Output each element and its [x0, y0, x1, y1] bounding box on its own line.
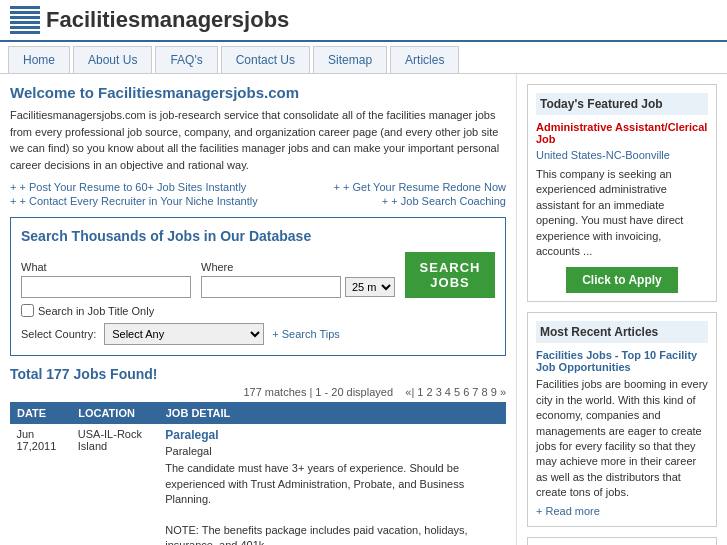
nav-articles[interactable]: Articles — [390, 46, 459, 73]
what-label: What — [21, 261, 191, 273]
article-desc: Facilities jobs are booming in every cit… — [536, 377, 708, 500]
what-input[interactable] — [21, 276, 191, 298]
site-logo: Facilitiesmanagersjobs — [10, 6, 289, 34]
read-more-link[interactable]: + Read more — [536, 505, 600, 517]
welcome-section: Welcome to Facilitiesmanagersjobs.com Fa… — [10, 84, 506, 207]
nav-about[interactable]: About Us — [73, 46, 152, 73]
promo-links-row2: + Contact Every Recruiter in Your Niche … — [10, 195, 506, 207]
job-description: The candidate must have 3+ years of expe… — [165, 461, 499, 545]
logo-icon — [10, 6, 40, 34]
featured-job-location: United States-NC-Boonville — [536, 149, 708, 161]
resume-post-link[interactable]: + Post Your Resume to 60+ Job Sites Inst… — [10, 181, 246, 193]
main-nav: Home About Us FAQ's Contact Us Sitemap A… — [0, 42, 727, 74]
article-title-link[interactable]: Facilities Jobs - Top 10 Facility Job Op… — [536, 349, 708, 373]
what-field: What — [21, 261, 191, 298]
main-content: Welcome to Facilitiesmanagersjobs.com Fa… — [0, 74, 727, 545]
site-header: Facilitiesmanagersjobs — [0, 0, 727, 42]
country-select[interactable]: Select Any — [104, 323, 264, 345]
results-table: DATE LOCATION JOB DETAIL Jun 17,2011 USA… — [10, 402, 506, 545]
recruiter-link[interactable]: + Contact Every Recruiter in Your Niche … — [10, 195, 258, 207]
where-field: Where 5 mi 10 mi 25 mi 50 mi 100 mi — [201, 261, 395, 298]
featured-job-section: Today's Featured Job Administrative Assi… — [527, 84, 717, 302]
welcome-desc: Facilitiesmanagersjobs.com is job-resear… — [10, 107, 506, 173]
site-title: Facilitiesmanagersjobs — [46, 7, 289, 33]
featured-job-title[interactable]: Administrative Assistant/Clerical Job — [536, 121, 708, 145]
job-title-link[interactable]: Paralegal — [165, 428, 499, 442]
results-section: Total 177 Jobs Found! 177 matches | 1 - … — [10, 366, 506, 545]
col-location: LOCATION — [72, 403, 159, 424]
nav-faq[interactable]: FAQ's — [155, 46, 217, 73]
right-sidebar: Today's Featured Job Administrative Assi… — [517, 74, 727, 545]
search-heading: Search Thousands of Jobs in Our Database — [21, 228, 495, 244]
title-only-checkbox[interactable] — [21, 304, 34, 317]
recent-articles-heading: Most Recent Articles — [536, 321, 708, 343]
table-row: Jun 17,2011 USA-IL-Rock Island Paralegal… — [11, 424, 506, 546]
job-subtitle: Paralegal — [165, 444, 499, 459]
country-row: Select Country: Select Any + Search Tips — [21, 323, 495, 345]
nav-contact[interactable]: Contact Us — [221, 46, 310, 73]
nav-home[interactable]: Home — [8, 46, 70, 73]
search-main-row: What Where 5 mi 10 mi 25 mi 50 mi 100 mi — [21, 252, 495, 298]
title-only-row: Search in Job Title Only — [21, 304, 495, 317]
search-tips-link[interactable]: + Search Tips — [272, 328, 340, 340]
apply-button[interactable]: Click to Apply — [566, 267, 678, 293]
recent-articles-section: Most Recent Articles Facilities Jobs - T… — [527, 312, 717, 527]
title-only-label: Search in Job Title Only — [38, 305, 154, 317]
job-location: USA-IL-Rock Island — [72, 424, 159, 546]
job-date: Jun 17,2011 — [11, 424, 72, 546]
results-heading: Total 177 Jobs Found! — [10, 366, 506, 382]
where-input[interactable] — [201, 276, 341, 298]
welcome-heading: Welcome to Facilitiesmanagersjobs.com — [10, 84, 506, 101]
featured-job-desc: This company is seeking an experienced a… — [536, 167, 708, 259]
search-button[interactable]: SEARCH JOBS — [405, 252, 495, 298]
country-label: Select Country: — [21, 328, 96, 340]
results-count: 177 matches | 1 - 20 displayed — [243, 386, 393, 398]
featured-job-heading: Today's Featured Job — [536, 93, 708, 115]
search-section: Search Thousands of Jobs in Our Database… — [10, 217, 506, 356]
nav-sitemap[interactable]: Sitemap — [313, 46, 387, 73]
recent-stories-section: Most Recent Storiesby EmploymentSpectato… — [527, 537, 717, 545]
left-column: Welcome to Facilitiesmanagersjobs.com Fa… — [0, 74, 517, 545]
col-job-detail: JOB DETAIL — [159, 403, 505, 424]
coaching-link[interactable]: + Job Search Coaching — [382, 195, 506, 207]
results-body: Jun 17,2011 USA-IL-Rock Island Paralegal… — [11, 424, 506, 546]
job-detail: Paralegal Paralegal The candidate must h… — [159, 424, 505, 546]
pagination[interactable]: «| 1 2 3 4 5 6 7 8 9 » — [405, 386, 506, 398]
col-date: DATE — [11, 403, 72, 424]
distance-select[interactable]: 5 mi 10 mi 25 mi 50 mi 100 mi — [345, 277, 395, 297]
promo-links-row1: + Post Your Resume to 60+ Job Sites Inst… — [10, 181, 506, 193]
resume-redo-link[interactable]: + Get Your Resume Redone Now — [334, 181, 506, 193]
where-label: Where — [201, 261, 395, 273]
results-header: DATE LOCATION JOB DETAIL — [11, 403, 506, 424]
results-meta: 177 matches | 1 - 20 displayed «| 1 2 3 … — [10, 386, 506, 398]
